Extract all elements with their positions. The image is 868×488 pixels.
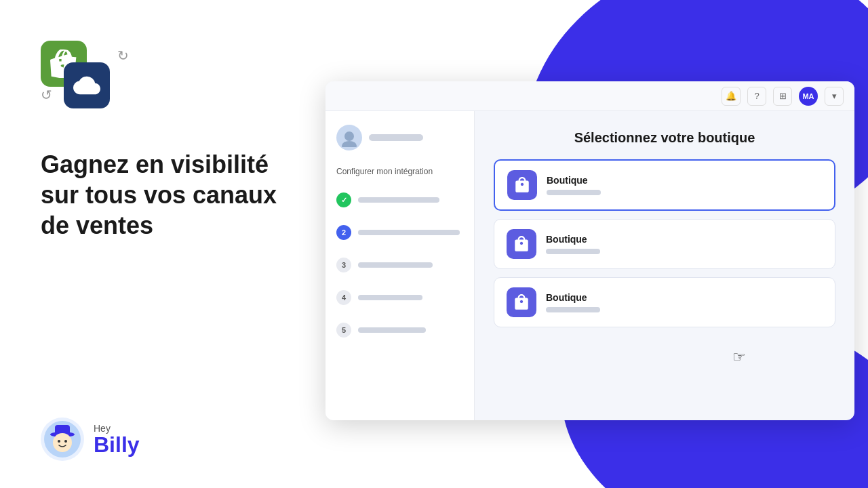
boutique-3-icon — [507, 287, 536, 317]
sidebar-step-3: 3 — [336, 258, 463, 272]
boutique-1-sub-bar — [547, 190, 601, 195]
step-5-bar — [358, 327, 426, 333]
boutique-2-icon — [507, 229, 536, 259]
cursor-pointer: ☞ — [732, 348, 746, 366]
sidebar-user-row — [336, 125, 463, 150]
window-header: 🔔 ? ⊞ MA ▾ — [326, 81, 854, 111]
main-title: Sélectionnez votre boutique — [494, 130, 835, 146]
left-panel: ↻ ↺ Gagnez en visibilité sur tous vos ca… — [0, 0, 332, 488]
sidebar-step-1: ✓ — [336, 192, 463, 207]
step-1-indicator: ✓ — [336, 192, 351, 207]
logo-icons: ↻ ↺ — [41, 41, 129, 108]
step-4-indicator: 4 — [336, 290, 351, 305]
sync-arrow-bottom: ↺ — [41, 87, 52, 103]
svg-point-5 — [64, 440, 67, 443]
boutique-card-1[interactable]: Boutique — [494, 159, 835, 211]
billy-name-label: Billy — [94, 434, 140, 455]
bell-icon-button[interactable]: 🔔 — [722, 87, 741, 106]
billy-avatar — [41, 418, 84, 461]
billy-text: Hey Billy — [94, 423, 140, 455]
svg-point-4 — [58, 440, 60, 443]
footer-brand: Hey Billy — [41, 418, 305, 461]
boutique-3-sub-bar — [546, 307, 600, 312]
sync-arrow-top: ↻ — [117, 47, 129, 64]
boutique-2-info: Boutique — [546, 234, 600, 254]
boutique-2-sub-bar — [546, 249, 600, 254]
chevron-down-icon[interactable]: ▾ — [825, 87, 844, 106]
step-1-bar — [358, 197, 439, 203]
boutique-1-info: Boutique — [547, 175, 601, 195]
boutique-card-3[interactable]: Boutique — [494, 277, 835, 327]
sidebar-step-4: 4 — [336, 290, 463, 305]
step-3-indicator: 3 — [336, 258, 351, 272]
logo-area: ↻ ↺ — [41, 41, 305, 108]
step-2-bar — [358, 230, 460, 235]
cloud-analytics-icon — [64, 62, 110, 108]
step-4-bar — [358, 295, 422, 300]
boutique-card-2[interactable]: Boutique — [494, 219, 835, 269]
step-3-bar — [358, 262, 433, 268]
boutique-list: Boutique Boutique — [494, 159, 835, 327]
step-2-indicator: 2 — [336, 225, 351, 240]
app-sidebar: Configurer mon intégration ✓ 2 3 4 5 — [326, 111, 475, 420]
window-body: Configurer mon intégration ✓ 2 3 4 5 — [326, 111, 854, 420]
sidebar-section-title: Configurer mon intégration — [336, 167, 463, 176]
user-avatar-badge[interactable]: MA — [799, 87, 818, 106]
boutique-2-name: Boutique — [546, 234, 600, 245]
svg-point-6 — [344, 131, 354, 141]
boutique-3-info: Boutique — [546, 292, 600, 312]
sidebar-user-avatar — [336, 125, 362, 150]
sidebar-step-2: 2 — [336, 225, 463, 240]
sidebar-username-bar — [369, 134, 423, 141]
step-5-indicator: 5 — [336, 323, 351, 338]
help-icon-button[interactable]: ? — [747, 87, 766, 106]
sidebar-step-5: 5 — [336, 323, 463, 338]
boutique-3-name: Boutique — [546, 292, 600, 303]
grid-icon-button[interactable]: ⊞ — [773, 87, 792, 106]
app-main-content: Sélectionnez votre boutique Boutique — [475, 111, 854, 420]
boutique-1-icon — [507, 170, 537, 200]
boutique-1-name: Boutique — [547, 175, 601, 186]
svg-point-7 — [342, 141, 357, 147]
headline: Gagnez en visibilité sur tous vos canaux… — [41, 149, 305, 241]
svg-point-3 — [53, 433, 72, 452]
app-window: 🔔 ? ⊞ MA ▾ Configurer mon intégration — [326, 81, 854, 420]
